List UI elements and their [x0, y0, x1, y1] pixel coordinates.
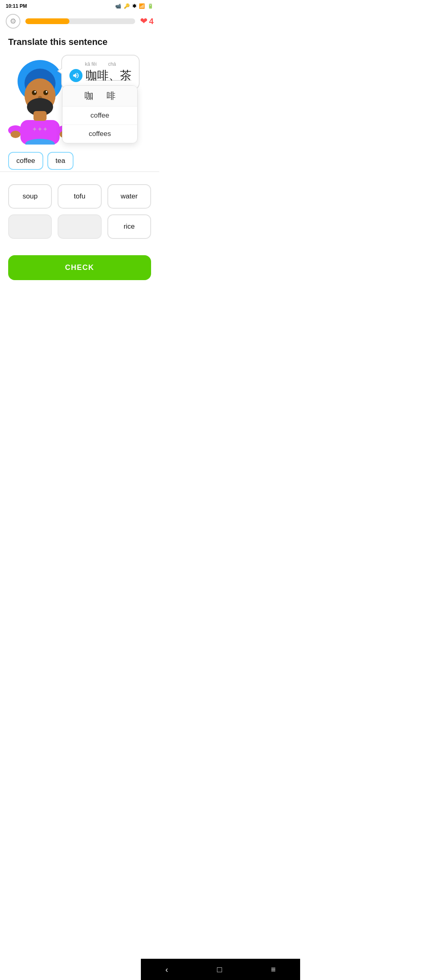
word-choices-grid: soup tofu water rice	[0, 172, 159, 247]
status-bar: 10:11 PM 📹 🔑 ✱ 📶 🔋	[0, 0, 159, 11]
speaker-button[interactable]	[69, 69, 82, 82]
character-area: ✦✦✦ kā fēi chá 咖啡、茶 咖 啡 coffee coffees	[0, 51, 159, 149]
bubble-content: 咖啡、茶	[69, 68, 131, 83]
battery-icon: 🔋	[147, 3, 154, 9]
selected-words-area: coffee tea	[0, 149, 159, 172]
pinyin-left: kā fēi	[85, 61, 97, 67]
lives-display: ❤ 4	[140, 16, 154, 27]
key-icon: 🔑	[124, 3, 130, 9]
speaker-icon	[72, 72, 80, 79]
svg-text:✦✦✦: ✦✦✦	[32, 126, 48, 133]
check-button-container: CHECK	[0, 247, 159, 292]
selected-word-coffee[interactable]: coffee	[8, 152, 43, 170]
char-2: 啡	[107, 90, 116, 102]
tooltip-chars-row[interactable]: 咖 啡	[62, 86, 137, 107]
svg-point-3	[32, 90, 37, 95]
word-tile-empty-1	[8, 214, 52, 239]
progress-bar	[25, 18, 135, 24]
bluetooth-icon: ✱	[132, 3, 136, 9]
lives-count: 4	[149, 17, 154, 26]
speech-bubble: kā fēi chá 咖啡、茶	[61, 55, 140, 90]
time-display: 10:11 PM	[6, 3, 27, 9]
heart-icon: ❤	[140, 16, 147, 27]
svg-point-5	[34, 91, 36, 93]
svg-point-6	[46, 91, 47, 93]
word-tile-tofu[interactable]: tofu	[58, 184, 101, 209]
tooltip-option-coffees[interactable]: coffees	[62, 125, 137, 143]
word-tile-water[interactable]: water	[107, 184, 151, 209]
signal-icon: 📶	[139, 3, 145, 9]
instruction-text: Translate this sentence	[0, 32, 159, 51]
word-tile-empty-2	[58, 214, 101, 239]
svg-point-4	[43, 90, 48, 95]
word-tile-rice[interactable]: rice	[107, 214, 151, 239]
header: ⚙ ❤ 4	[0, 11, 159, 32]
char-1: 咖	[85, 90, 94, 102]
progress-fill	[25, 18, 69, 24]
record-icon: 📹	[115, 3, 121, 9]
check-button[interactable]: CHECK	[8, 255, 151, 280]
settings-button[interactable]: ⚙	[6, 14, 20, 29]
tooltip-option-coffee[interactable]: coffee	[62, 107, 137, 125]
selected-word-tea[interactable]: tea	[47, 152, 74, 170]
status-left: 10:11 PM	[6, 3, 27, 9]
bubble-pinyin: kā fēi chá	[69, 61, 131, 67]
gear-icon: ⚙	[10, 17, 16, 26]
pinyin-right: chá	[108, 61, 116, 67]
word-tile-soup[interactable]: soup	[8, 184, 52, 209]
status-right: 📹 🔑 ✱ 📶 🔋	[115, 3, 154, 9]
svg-point-13	[11, 131, 20, 138]
svg-rect-10	[33, 111, 47, 121]
tooltip-dropdown: 咖 啡 coffee coffees	[62, 85, 138, 143]
chinese-text[interactable]: 咖啡、茶	[86, 68, 131, 83]
